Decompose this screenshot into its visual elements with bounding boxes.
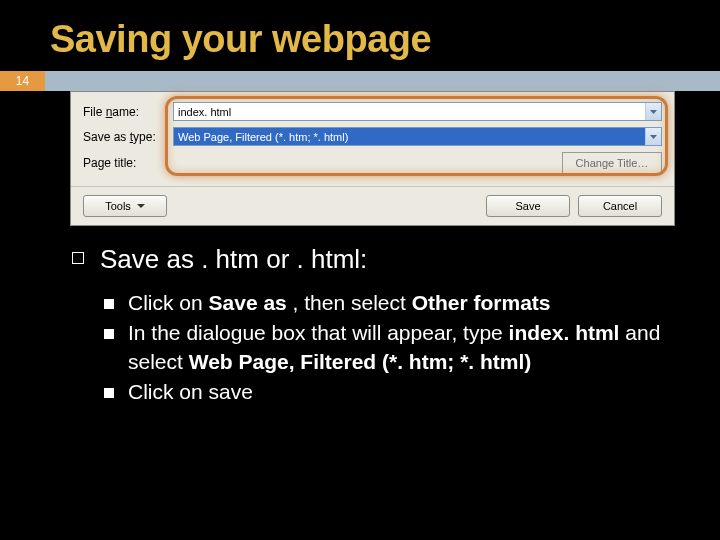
body-heading-row: Save as . htm or . html: bbox=[72, 244, 672, 275]
file-name-dropdown-arrow[interactable] bbox=[645, 103, 661, 120]
change-title-button[interactable]: Change Title… bbox=[562, 152, 662, 174]
body-heading: Save as . htm or . html: bbox=[100, 244, 367, 275]
chevron-down-icon bbox=[650, 110, 657, 114]
header-stripe: 14 bbox=[0, 71, 720, 91]
slide-body: Save as . htm or . html: Click on Save a… bbox=[0, 226, 720, 406]
text-span: In the dialogue box that will appear, ty… bbox=[128, 321, 509, 344]
chevron-down-icon bbox=[650, 135, 657, 139]
text-span: Click on bbox=[128, 291, 209, 314]
cancel-button[interactable]: Cancel bbox=[578, 195, 662, 217]
list-item: Click on save bbox=[104, 378, 672, 406]
bullet-square-filled-icon bbox=[104, 329, 114, 339]
cancel-button-label: Cancel bbox=[603, 200, 637, 212]
text-bold: index. html bbox=[509, 321, 620, 344]
file-name-label: File name: bbox=[83, 105, 173, 119]
file-name-value: index. html bbox=[178, 106, 231, 118]
page-number-badge: 14 bbox=[0, 71, 45, 91]
text-bold: Web Page, Filtered (*. htm; *. html) bbox=[189, 350, 532, 373]
save-button-label: Save bbox=[515, 200, 540, 212]
save-button[interactable]: Save bbox=[486, 195, 570, 217]
text-bold: Other formats bbox=[412, 291, 551, 314]
page-title-label: Page title: bbox=[83, 156, 173, 170]
chevron-down-icon bbox=[137, 204, 145, 208]
tools-button[interactable]: Tools bbox=[83, 195, 167, 217]
save-as-type-row: Save as type: Web Page, Filtered (*. htm… bbox=[83, 127, 662, 146]
text-bold: Save as bbox=[209, 291, 287, 314]
file-name-input[interactable]: index. html bbox=[173, 102, 662, 121]
text-span: Click on save bbox=[128, 378, 672, 406]
tools-button-label: Tools bbox=[105, 200, 131, 212]
bullet-square-filled-icon bbox=[104, 299, 114, 309]
page-title-row: Page title: Change Title… bbox=[83, 152, 662, 174]
list-item: In the dialogue box that will appear, ty… bbox=[104, 319, 672, 376]
dialog-button-bar: Tools Save Cancel bbox=[71, 186, 674, 225]
save-as-type-select[interactable]: Web Page, Filtered (*. htm; *. html) bbox=[173, 127, 662, 146]
bullet-square-open-icon bbox=[72, 252, 84, 264]
header-stripe-bar bbox=[45, 71, 720, 91]
save-as-type-dropdown-arrow[interactable] bbox=[645, 128, 661, 145]
save-as-type-value: Web Page, Filtered (*. htm; *. html) bbox=[178, 131, 348, 143]
dialog-screenshot-area: File name: index. html Save as type: Web… bbox=[0, 91, 720, 226]
sub-bullet-list: Click on Save as , then select Other for… bbox=[104, 289, 672, 406]
bullet-square-filled-icon bbox=[104, 388, 114, 398]
list-item: Click on Save as , then select Other for… bbox=[104, 289, 672, 317]
slide-title: Saving your webpage bbox=[0, 0, 720, 71]
text-span: , then select bbox=[287, 291, 412, 314]
save-as-type-label: Save as type: bbox=[83, 130, 173, 144]
file-name-row: File name: index. html bbox=[83, 102, 662, 121]
save-dialog: File name: index. html Save as type: Web… bbox=[70, 91, 675, 226]
